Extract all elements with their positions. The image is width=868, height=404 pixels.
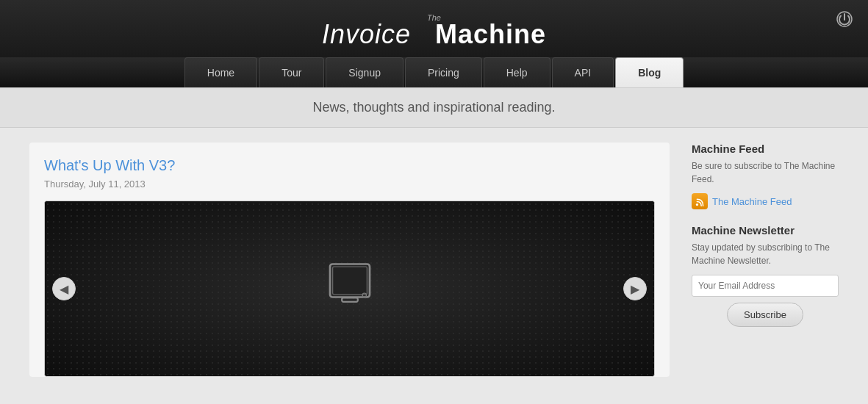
slide-prev-button[interactable]: ◀	[52, 277, 76, 300]
nav-item-home[interactable]: Home	[184, 57, 257, 87]
nav-item-tour[interactable]: Tour	[259, 57, 324, 87]
chevron-left-icon: ◀	[60, 282, 68, 296]
slideshow-bg	[45, 201, 654, 376]
article-title: What's Up With V3?	[44, 157, 655, 174]
feed-heading: Machine Feed	[692, 143, 839, 155]
feed-link[interactable]: The Machine Feed	[692, 193, 839, 209]
newsletter-heading: Machine Newsletter	[692, 224, 839, 237]
header: The Invoice Machine Home Tour Signup Pri…	[0, 0, 868, 87]
nav-item-pricing[interactable]: Pricing	[405, 57, 482, 87]
nav-item-api[interactable]: API	[552, 57, 614, 87]
power-icon[interactable]	[836, 10, 853, 28]
nav: Home Tour Signup Pricing Help API Blog	[0, 57, 868, 87]
main-content: What's Up With V3? Thursday, July 11, 20…	[0, 128, 868, 392]
nav-item-help[interactable]: Help	[484, 57, 550, 87]
sidebar: Machine Feed Be sure to subscribe to The…	[692, 143, 839, 377]
feed-text: Be sure to subscribe to The Machine Feed…	[692, 159, 839, 186]
subtitle-bar: News, thoughts and inspirational reading…	[0, 87, 868, 128]
logo-invoice: Invoice	[322, 19, 411, 49]
rss-icon	[692, 193, 708, 209]
feed-section: Machine Feed Be sure to subscribe to The…	[692, 143, 839, 209]
article-date: Thursday, July 11, 2013	[44, 178, 655, 190]
logo-area: The Invoice Machine	[0, 0, 868, 57]
slideshow: ◀ ▶	[44, 201, 655, 377]
feed-link-label: The Machine Feed	[712, 196, 792, 207]
nav-item-signup[interactable]: Signup	[326, 57, 403, 87]
nav-item-blog[interactable]: Blog	[615, 57, 684, 87]
article-area: What's Up With V3? Thursday, July 11, 20…	[29, 143, 670, 377]
newsletter-text: Stay updated by subscribing to The Machi…	[692, 241, 839, 267]
logo-main: Invoice Machine	[322, 19, 546, 49]
email-input[interactable]	[692, 275, 839, 297]
subscribe-button[interactable]: Subscribe	[727, 303, 803, 327]
slide-next-button[interactable]: ▶	[623, 277, 647, 300]
svg-rect-4	[342, 297, 358, 301]
chevron-right-icon: ▶	[631, 282, 639, 296]
subtitle-text: News, thoughts and inspirational reading…	[312, 100, 555, 115]
svg-point-6	[695, 203, 697, 205]
device-icon	[317, 254, 383, 323]
svg-rect-3	[332, 267, 367, 295]
logo-machine: Machine	[435, 19, 546, 49]
newsletter-section: Machine Newsletter Stay updated by subsc…	[692, 224, 839, 327]
